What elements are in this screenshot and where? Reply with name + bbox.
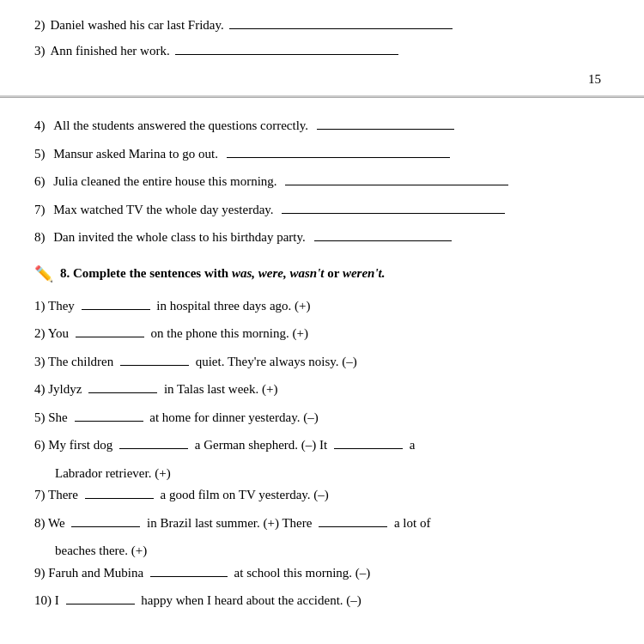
pencil-icon: ✏️ — [34, 264, 53, 283]
list-item: 2) You on the phone this morning. (+) — [34, 323, 610, 345]
top-items: 2) Daniel washed his car last Friday. 3)… — [34, 15, 610, 58]
answer-blank — [75, 408, 143, 422]
list-item: 3) The children quiet. They're always no… — [34, 351, 610, 374]
item-text: in Talas last week. (+) — [164, 382, 278, 396]
instruction-words: was, were, wasn't — [232, 266, 325, 280]
item-text: Dan invited the whole class to his birth… — [53, 230, 306, 244]
item-number: 5) — [34, 410, 46, 424]
answer-blank — [76, 324, 144, 337]
answer-blank — [119, 435, 188, 449]
item-text: beaches there. (+) — [55, 544, 147, 557]
exercise-header: ✏️ 8. Complete the sentences with was, w… — [34, 264, 610, 283]
answer-blank — [334, 435, 403, 449]
item-number: 10) — [34, 593, 52, 607]
item-number: 1) — [34, 299, 46, 313]
item-text: My first dog — [48, 438, 112, 452]
item-text: Jyldyz — [48, 382, 82, 396]
list-item: 8) Dan invited the whole class to his bi… — [34, 227, 610, 249]
item-text: Max watched TV the whole day yesterday. — [53, 203, 273, 216]
item-number: 7) — [34, 488, 46, 501]
answer-blank — [317, 116, 454, 130]
item-number: 2) — [34, 326, 46, 340]
item-number: 9) — [34, 566, 46, 580]
item-text: Julia cleaned the entire house this morn… — [53, 174, 276, 188]
list-item: 7) There a good film on TV yesterday. (–… — [34, 484, 610, 507]
list-item: 3) Ann finished her work. — [34, 41, 610, 58]
item-text: on the phone this morning. (+) — [151, 326, 308, 340]
item-text: happy when I heard about the accident. (… — [141, 593, 361, 607]
item-number: 2) — [34, 18, 46, 33]
answer-blank — [314, 228, 452, 241]
item-text: at school this morning. (–) — [234, 566, 371, 580]
item-number: 5) — [34, 147, 46, 161]
answer-blank — [175, 41, 398, 55]
list-item: 6) Julia cleaned the entire house this m… — [34, 171, 610, 193]
answer-blank — [82, 296, 150, 310]
answer-blank — [150, 563, 228, 577]
list-item: 9) Faruh and Mubina at school this morni… — [34, 562, 610, 585]
item-number: 3) — [34, 44, 46, 58]
item-text: in hospital three days ago. (+) — [156, 299, 310, 313]
item-text: quiet. They're always noisy. (–) — [196, 355, 357, 368]
item-continuation: Labrador retriever. (+) — [55, 463, 610, 485]
item-number: 8) — [34, 230, 46, 244]
item-number: 6) — [34, 438, 46, 452]
item-text: All the students answered the questions … — [53, 118, 308, 132]
answer-blank — [88, 380, 157, 393]
answer-blank — [71, 513, 140, 527]
item-text: at home for dinner yesterday. (–) — [149, 410, 318, 424]
list-item: 8) We in Brazil last summer. (+) There a… — [34, 513, 610, 535]
answer-blank — [120, 352, 189, 366]
list-item: 1) They in hospital three days ago. (+) — [34, 295, 610, 318]
page-number: 15 — [34, 72, 610, 87]
list-item: 2) Daniel washed his car last Friday. — [34, 15, 610, 33]
item-text: I — [55, 593, 59, 607]
item-text: a — [410, 438, 416, 452]
item-number: 4) — [34, 382, 46, 396]
item-text: The children — [48, 355, 113, 368]
list-item: 4) All the students answered the questio… — [34, 115, 610, 137]
item-text: a good film on TV yesterday. (–) — [160, 488, 328, 501]
item-number: 3) — [34, 355, 46, 368]
answer-blank — [85, 485, 154, 499]
item-text: a lot of — [394, 516, 431, 530]
list-item: 5) She at home for dinner yesterday. (–) — [34, 407, 610, 429]
middle-section: 4) All the students answered the questio… — [0, 98, 644, 627]
answer-blank — [282, 200, 505, 214]
item-text: in Brazil last summer. (+) There — [147, 516, 312, 530]
list-item: 7) Max watched TV the whole day yesterda… — [34, 199, 610, 222]
item-text: You — [48, 326, 69, 340]
list-item: 5) Mansur asked Marina to go out. — [34, 143, 610, 166]
instruction-last: weren't. — [343, 266, 386, 280]
item-text: Labrador retriever. (+) — [55, 466, 171, 480]
list-item: 6) My first dog a German shepherd. (–) I… — [34, 434, 610, 457]
item-continuation: beaches there. (+) — [55, 540, 610, 562]
item-text: Faruh and Mubina — [48, 566, 143, 580]
item-text: There — [48, 488, 78, 501]
item-number: 7) — [34, 203, 46, 216]
item-text: Mansur asked Marina to go out. — [53, 147, 218, 161]
exercise-8: ✏️ 8. Complete the sentences with was, w… — [34, 264, 610, 612]
top-section: 2) Daniel washed his car last Friday. 3)… — [0, 0, 644, 97]
list-item: 4) Jyldyz in Talas last week. (+) — [34, 379, 610, 401]
item-number: 8) — [34, 516, 46, 530]
item-text: She — [48, 410, 68, 424]
answer-blank — [285, 172, 508, 185]
item-number: 4) — [34, 118, 46, 132]
item-text: Ann finished her work. — [51, 44, 170, 58]
item-text: Daniel washed his car last Friday. — [51, 18, 224, 33]
item-text: They — [48, 299, 75, 313]
exercise-title: 8. Complete the sentences with was, were… — [60, 266, 385, 281]
item-number: 6) — [34, 174, 46, 188]
answer-blank — [319, 513, 387, 527]
item-text: a German shepherd. (–) It — [195, 438, 328, 452]
list-item: 10) I happy when I heard about the accid… — [34, 590, 610, 612]
answer-blank — [227, 144, 450, 158]
answer-blank — [229, 15, 453, 29]
answer-blank — [66, 591, 135, 605]
middle-items: 4) All the students answered the questio… — [34, 115, 610, 249]
item-text: We — [48, 516, 65, 530]
